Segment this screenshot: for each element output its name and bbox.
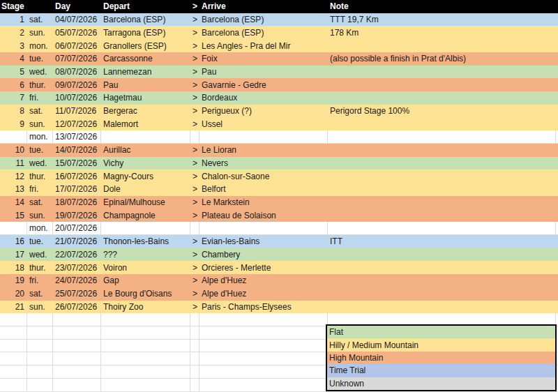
depart-cell[interactable] [101, 379, 190, 392]
stage-cell[interactable] [0, 365, 27, 379]
stage-cell[interactable] [0, 352, 27, 365]
arrive-cell[interactable]: Orcieres - Merlette [199, 261, 328, 274]
depart-cell[interactable]: Pau [101, 78, 190, 91]
depart-cell[interactable]: Tarragona (ESP) [101, 26, 190, 39]
depart-cell[interactable]: Champagnole [101, 209, 190, 223]
day-cell[interactable]: sat. [27, 13, 53, 27]
arrow-cell[interactable]: > [190, 196, 199, 209]
date-cell[interactable]: 26/07/2026 [53, 301, 101, 314]
arrive-cell[interactable]: Le Markstein [199, 196, 328, 209]
arrow-cell[interactable]: > [190, 78, 199, 91]
day-cell[interactable]: mon. [27, 222, 53, 235]
arrow-cell[interactable]: > [190, 301, 199, 314]
arrow-cell[interactable]: > [190, 144, 199, 157]
day-cell[interactable]: tue. [27, 144, 53, 157]
arrow-cell[interactable] [190, 222, 199, 235]
note-cell[interactable] [328, 196, 556, 209]
depart-cell[interactable] [101, 313, 190, 326]
date-cell[interactable]: 09/07/2026 [53, 78, 101, 91]
arrive-cell[interactable]: Bordeaux [199, 91, 328, 105]
date-cell[interactable]: 08/07/2026 [53, 66, 101, 79]
arrive-cell[interactable] [199, 222, 328, 235]
date-cell[interactable]: 22/07/2026 [53, 248, 101, 262]
arrive-cell[interactable]: Evian-les-Bains [199, 235, 328, 248]
arrow-cell[interactable]: > [190, 183, 199, 196]
depart-cell[interactable] [101, 326, 190, 340]
note-cell[interactable] [328, 78, 556, 91]
date-cell[interactable]: 21/07/2026 [53, 235, 101, 248]
day-cell[interactable]: fri. [27, 183, 53, 196]
note-cell[interactable] [328, 66, 556, 79]
arrive-cell[interactable]: Chalon-sur-Saone [199, 169, 328, 183]
arrow-cell[interactable] [190, 326, 199, 340]
depart-cell[interactable]: Granollers (ESP) [101, 39, 190, 52]
stage-cell[interactable]: 19 [0, 274, 27, 287]
stage-cell[interactable]: 17 [0, 248, 27, 262]
note-cell[interactable] [328, 209, 556, 223]
stage-cell[interactable]: 4 [0, 52, 27, 66]
note-cell[interactable]: Perigord Stage 100% [328, 105, 556, 118]
day-cell[interactable]: fri. [27, 274, 53, 287]
note-cell[interactable]: 178 Km [328, 26, 556, 39]
arrive-cell[interactable]: Nevers [199, 157, 328, 170]
stage-cell[interactable]: 2 [0, 26, 27, 39]
arrive-cell[interactable] [199, 326, 328, 340]
day-cell[interactable]: sat. [27, 287, 53, 301]
day-cell[interactable] [27, 379, 53, 392]
note-cell[interactable] [328, 39, 556, 52]
date-cell[interactable] [53, 340, 101, 353]
date-cell[interactable] [53, 365, 101, 379]
depart-cell[interactable] [101, 352, 190, 365]
stage-cell[interactable]: 18 [0, 261, 27, 274]
day-cell[interactable]: mon. [27, 130, 53, 144]
stage-cell[interactable]: 8 [0, 105, 27, 118]
date-cell[interactable]: 16/07/2026 [53, 169, 101, 183]
legend-item[interactable]: Time Trial [327, 364, 555, 377]
stage-cell[interactable]: 13 [0, 183, 27, 196]
day-cell[interactable] [27, 352, 53, 365]
day-cell[interactable]: sun. [27, 301, 53, 314]
arrow-cell[interactable]: > [190, 39, 199, 52]
note-cell[interactable] [328, 157, 556, 170]
depart-cell[interactable]: Thoiry Zoo [101, 301, 190, 314]
arrow-cell[interactable] [190, 365, 199, 379]
arrow-cell[interactable]: > [190, 274, 199, 287]
depart-cell[interactable]: Epinal/Mulhouse [101, 196, 190, 209]
date-cell[interactable]: 17/07/2026 [53, 183, 101, 196]
arrow-cell[interactable] [190, 379, 199, 392]
arrive-cell[interactable]: Perigueux (?) [199, 105, 328, 118]
day-cell[interactable]: sun. [27, 209, 53, 223]
stage-cell[interactable]: 9 [0, 117, 27, 130]
depart-cell[interactable]: Voiron [101, 261, 190, 274]
note-cell[interactable]: ITT [328, 235, 556, 248]
arrow-cell[interactable]: > [190, 169, 199, 183]
arrow-cell[interactable]: > [190, 235, 199, 248]
arrive-cell[interactable]: Belfort [199, 183, 328, 196]
date-cell[interactable]: 12/07/2026 [53, 117, 101, 130]
date-cell[interactable]: 11/07/2026 [53, 105, 101, 118]
note-cell[interactable] [328, 144, 556, 157]
depart-cell[interactable]: Carcassonne [101, 52, 190, 66]
depart-cell[interactable]: ??? [101, 248, 190, 262]
date-cell[interactable] [53, 313, 101, 326]
note-cell[interactable] [328, 117, 556, 130]
date-cell[interactable]: 19/07/2026 [53, 209, 101, 223]
stage-cell[interactable] [0, 313, 27, 326]
note-cell[interactable] [328, 169, 556, 183]
day-cell[interactable]: fri. [27, 91, 53, 105]
arrow-cell[interactable]: > [190, 261, 199, 274]
depart-cell[interactable]: Gap [101, 274, 190, 287]
day-cell[interactable]: sat. [27, 196, 53, 209]
arrive-cell[interactable]: Plateau de Solaison [199, 209, 328, 223]
day-cell[interactable]: sat. [27, 105, 53, 118]
date-cell[interactable]: 25/07/2026 [53, 287, 101, 301]
arrow-cell[interactable]: > [190, 52, 199, 66]
arrow-cell[interactable] [190, 340, 199, 353]
day-cell[interactable]: thur. [27, 261, 53, 274]
arrow-cell[interactable]: > [190, 91, 199, 105]
arrive-cell[interactable] [199, 352, 328, 365]
arrow-cell[interactable]: > [190, 287, 199, 301]
depart-cell[interactable] [101, 130, 190, 144]
arrow-cell[interactable]: > [190, 105, 199, 118]
arrow-cell[interactable]: > [190, 157, 199, 170]
